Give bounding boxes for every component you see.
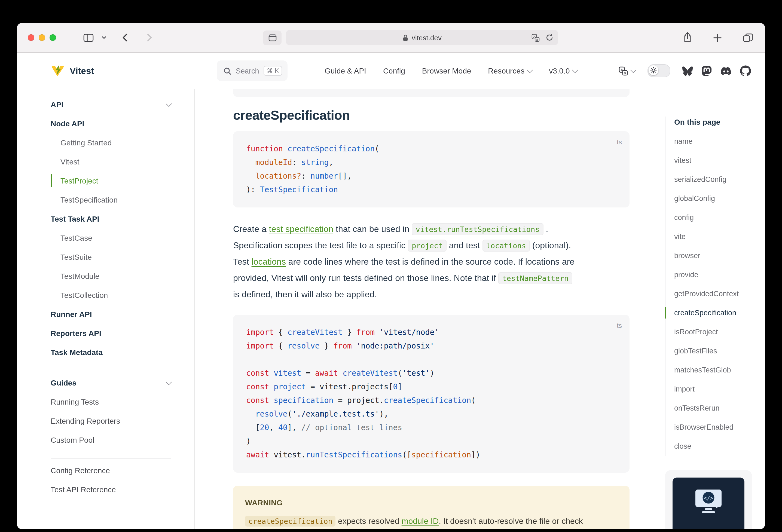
warning-text: createSpecification expects resolved mod… [245,514,617,529]
sidebar-item-node-api[interactable]: Node API [51,114,171,133]
outline-item-isbrowserenabled[interactable]: isBrowserEnabled [674,418,752,437]
new-tab-button[interactable] [713,33,722,42]
inline-code[interactable]: testNamePattern [498,272,572,284]
sidebar-item-label: Runner API [51,310,92,318]
sidebar-item-label: Reporters API [51,329,101,337]
outline-item-getprovidedcontext[interactable]: getProvidedContext [674,284,752,303]
sponsor-ad[interactable]: </> [665,470,752,529]
sidebar-item-label: TestSuite [61,252,92,261]
sidebar-item-task-metadata[interactable]: Task Metadata [51,343,171,361]
text: is defined, then it will also be applied… [233,290,377,299]
outline-item-globalconfig[interactable]: globalConfig [674,189,752,208]
svg-text:a: a [624,71,626,75]
inline-code[interactable]: locations [483,240,530,252]
outline-item-matchestestglob[interactable]: matchesTestGlob [674,360,752,380]
text: . [543,224,548,234]
text: Specification scopes the test file to a … [233,241,408,250]
outline-item-import[interactable]: import [674,380,752,399]
sidebar-item-running-tests[interactable]: Running Tests [51,392,171,411]
outline-item-isrootproject[interactable]: isRootProject [674,322,752,342]
sidebar-item-extending-reporters[interactable]: Extending Reporters [51,411,171,430]
inline-code: createSpecification [245,516,336,527]
outline-item-vitest[interactable]: vitest [674,151,752,170]
share-button[interactable] [683,32,692,43]
outline-item-globtestfiles[interactable]: globTestFiles [674,342,752,360]
sidebar-item-config-reference[interactable]: Config Reference [51,461,171,480]
sidebar-item-guides[interactable]: Guides [51,373,171,392]
code-block-example[interactable]: ts import { createVitest } from 'vitest/… [233,315,630,473]
translate-button[interactable]: Aa [532,34,540,42]
sidebar-item-testproject[interactable]: TestProject [51,171,171,190]
nav-link-config[interactable]: Config [383,66,405,75]
main-content: createSpecification ts function createSp… [195,89,765,529]
mastodon-icon [701,66,712,76]
page-settings-icon [268,34,276,41]
sidebar-item-label: Extending Reporters [51,416,120,425]
code-block-signature[interactable]: ts function createSpecification( moduleI… [233,131,630,208]
outline-item-ontestsrerun[interactable]: onTestsRerun [674,399,752,418]
text: and test [447,241,483,250]
sidebar-item-vitest[interactable]: Vitest [51,152,171,171]
sidebar-item-testmodule[interactable]: TestModule [51,266,171,285]
outline-item-close[interactable]: close [674,437,752,456]
sidebar-item-runner-api[interactable]: Runner API [51,305,171,323]
close-button[interactable] [28,34,34,41]
nav-links: Guide & APIConfigBrowser ModeResourcesv3… [325,66,577,75]
nav-link-v3-0-0[interactable]: v3.0.0 [549,66,577,75]
theme-toggle[interactable] [647,64,670,77]
sidebar-divider [51,371,171,371]
chevron-down-icon [166,101,172,107]
sidebar-item-test-api-reference[interactable]: Test API Reference [51,480,171,499]
nav-link-resources[interactable]: Resources [488,66,532,75]
sidebar-item-reporters-api[interactable]: Reporters API [51,323,171,343]
bluesky-button[interactable] [682,66,693,76]
zoom-button[interactable] [49,34,56,41]
address-bar[interactable]: vitest.dev Aa [286,30,558,45]
sidebar-item-test-task-api[interactable]: Test Task API [51,209,171,228]
search-button[interactable]: Search ⌘ K [217,61,288,81]
sidebar-item-label: Running Tests [51,397,99,406]
search-label: Search [236,67,259,75]
sidebar-item-label: Test API Reference [51,485,116,494]
sidebar-item-api[interactable]: API [51,95,171,114]
sidebar-item-label: TestCollection [61,290,108,299]
sidebar-item-testspecification[interactable]: TestSpecification [51,190,171,209]
sidebar-item-label: Getting Started [61,138,112,147]
outline-item-vite[interactable]: vite [674,227,752,246]
github-icon [740,65,751,76]
sidebar-toggle-button[interactable] [83,34,94,42]
outline-item-browser[interactable]: browser [674,246,752,265]
site-logo[interactable]: Vitest [17,53,195,89]
outline-item-serializedconfig[interactable]: serializedConfig [674,170,752,189]
search-shortcut: ⌘ K [263,66,282,76]
reload-button[interactable] [546,34,553,41]
outline-item-provide[interactable]: provide [674,265,752,284]
sidebar-chevron-icon[interactable] [101,35,107,40]
sidebar-item-testsuite[interactable]: TestSuite [51,247,171,266]
nav-link-guide-api[interactable]: Guide & API [325,66,366,75]
sidebar-item-custom-pool[interactable]: Custom Pool [51,430,171,449]
sidebar-item-testcollection[interactable]: TestCollection [51,285,171,305]
forward-button[interactable] [144,32,155,43]
nav-link-browser-mode[interactable]: Browser Mode [422,66,471,75]
sidebar-item-getting-started[interactable]: Getting Started [51,133,171,152]
mastodon-button[interactable] [701,66,712,76]
doc-link[interactable]: module ID [402,516,439,526]
back-button[interactable] [120,32,131,43]
github-button[interactable] [740,65,751,76]
tabs-overview-button[interactable] [743,33,753,42]
outline-item-name[interactable]: name [674,132,752,151]
sidebar-item-label: TestSpecification [61,195,118,204]
doc-link[interactable]: locations [252,257,286,266]
outline-item-createspecification[interactable]: createSpecification [674,303,752,322]
inline-code[interactable]: project [408,240,447,252]
page-settings-button[interactable] [263,30,282,45]
sidebar-item-testcase[interactable]: TestCase [51,228,171,247]
discord-button[interactable] [720,66,731,76]
code-language-badge: ts [617,319,622,333]
doc-link[interactable]: test specification [269,224,333,234]
inline-code[interactable]: vitest.runTestSpecifications [412,223,543,235]
language-button[interactable]: Aa [618,66,636,75]
minimize-button[interactable] [39,34,45,41]
outline-item-config[interactable]: config [674,208,752,227]
